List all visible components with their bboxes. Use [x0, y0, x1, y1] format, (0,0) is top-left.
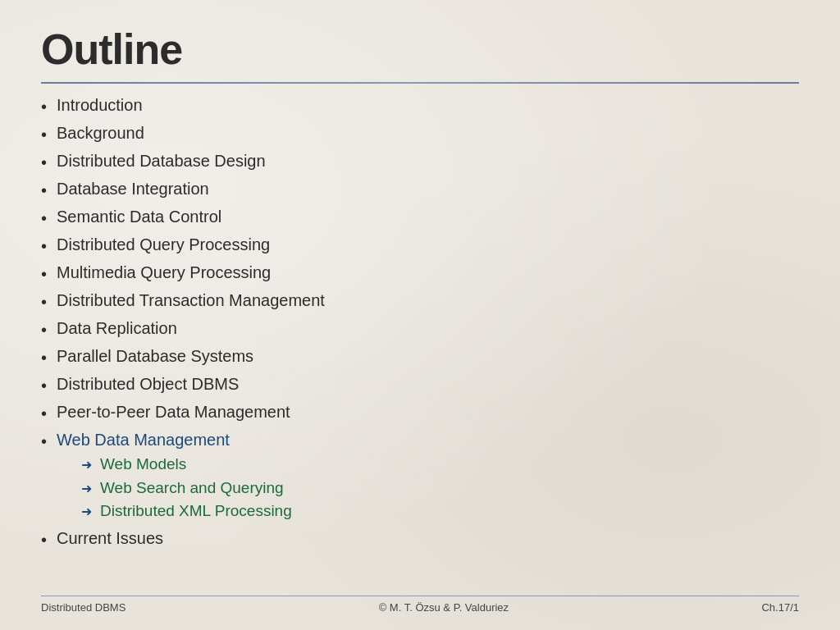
bullet-text-p2p: Peer-to-Peer Data Management — [57, 403, 290, 421]
bullet-item-dodbms: •Distributed Object DBMS — [41, 372, 799, 398]
bullet-text-mqp: Multimedia Query Processing — [57, 263, 271, 281]
bullet-text-intro: Introduction — [57, 96, 143, 114]
arrow-icon: ➜ — [81, 480, 92, 498]
bullet-item-dtm: •Distributed Transaction Management — [41, 289, 799, 314]
bullet-item-dqp: •Distributed Query Processing — [41, 233, 799, 258]
bullet-item-pds: •Parallel Database Systems — [41, 345, 799, 370]
bullet-dot: • — [41, 318, 47, 342]
bullet-text-dr: Data Replication — [57, 319, 177, 337]
sub-list-wdm: ➜Web Models➜Web Search and Querying➜Dist… — [81, 454, 292, 523]
footer-left: Distributed DBMS — [41, 601, 126, 614]
bullet-dot: • — [41, 430, 47, 454]
bullet-item-intro: •Introduction — [41, 94, 799, 119]
bullet-dot: • — [41, 123, 47, 147]
sub-item-web-search: ➜Web Search and Querying — [81, 477, 292, 500]
bullet-item-mqp: •Multimedia Query Processing — [41, 261, 799, 286]
bullet-item-sdc: •Semantic Data Control — [41, 205, 799, 231]
bullet-text-dodbms: Distributed Object DBMS — [57, 375, 239, 393]
sub-text-web-models: Web Models — [100, 454, 186, 476]
slide-content: •Introduction•Background•Distributed Dat… — [41, 94, 799, 592]
bullet-item-dr: •Data Replication — [41, 317, 799, 342]
main-bullet-list: •Introduction•Background•Distributed Dat… — [41, 94, 799, 555]
bullet-dot: • — [41, 207, 47, 231]
sub-text-xml: Distributed XML Processing — [100, 500, 292, 523]
bullet-dot: • — [41, 95, 47, 119]
footer-right: Ch.17/1 — [761, 601, 799, 614]
bullet-text-sdc: Semantic Data Control — [57, 208, 221, 226]
bullet-dot: • — [41, 235, 47, 258]
bullet-text-dqp: Distributed Query Processing — [57, 235, 270, 253]
arrow-icon: ➜ — [81, 503, 92, 521]
bullet-text-wdm: Web Data Management — [57, 431, 230, 449]
bullet-text-pds: Parallel Database Systems — [57, 347, 253, 365]
bullet-text-ddd: Distributed Database Design — [57, 152, 266, 170]
bullet-text-background: Background — [57, 124, 144, 142]
bullet-text-db-integration: Database Integration — [57, 180, 209, 198]
sub-text-web-search: Web Search and Querying — [100, 477, 284, 500]
slide-footer: Distributed DBMS © M. T. Özsu & P. Valdu… — [41, 596, 799, 614]
bullet-text-dtm: Distributed Transaction Management — [57, 291, 325, 309]
footer-center: © M. T. Özsu & P. Valduriez — [379, 601, 509, 614]
bullet-dot: • — [41, 151, 47, 175]
slide-container: Outline •Introduction•Background•Distrib… — [0, 0, 840, 630]
bullet-dot: • — [41, 528, 47, 552]
title-divider — [41, 82, 799, 84]
bullet-item-ddd: •Distributed Database Design — [41, 149, 799, 175]
bullet-dot: • — [41, 290, 47, 314]
bullet-dot: • — [41, 262, 47, 286]
bullet-text-current: Current Issues — [57, 529, 163, 547]
bullet-item-wdm: •Web Data Management➜Web Models➜Web Sear… — [41, 428, 799, 524]
bullet-item-background: •Background — [41, 121, 799, 147]
sub-item-web-models: ➜Web Models — [81, 454, 292, 476]
slide-title: Outline — [41, 25, 799, 74]
bullet-item-db-integration: •Database Integration — [41, 177, 799, 203]
bullet-item-p2p: •Peer-to-Peer Data Management — [41, 400, 799, 426]
bullet-dot: • — [41, 179, 47, 203]
sub-item-xml: ➜Distributed XML Processing — [81, 500, 292, 523]
bullet-dot: • — [41, 374, 47, 398]
arrow-icon: ➜ — [81, 456, 92, 474]
bullet-dot: • — [41, 346, 47, 370]
bullet-item-current: •Current Issues — [41, 527, 799, 552]
bullet-dot: • — [41, 402, 47, 426]
